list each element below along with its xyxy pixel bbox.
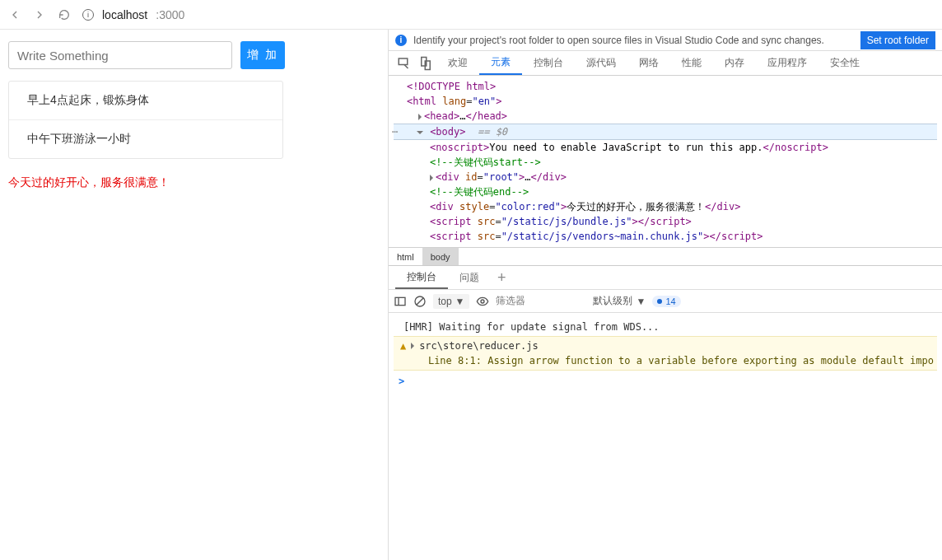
tab-security[interactable]: 安全性 [818, 51, 871, 75]
site-info-icon[interactable]: i [82, 9, 94, 21]
filter-input[interactable] [496, 295, 586, 307]
tab-application[interactable]: 应用程序 [756, 51, 818, 75]
tab-memory[interactable]: 内存 [713, 51, 756, 75]
sidebar-toggle-icon[interactable] [394, 295, 407, 308]
expand-icon[interactable] [418, 114, 422, 120]
url-port: :3000 [156, 8, 184, 21]
dom-node[interactable]: <!DOCTYPE html> [407, 81, 496, 92]
crumb-body[interactable]: body [422, 248, 459, 265]
dom-tree[interactable]: <!DOCTYPE html> <html lang="en"> <head>…… [389, 76, 942, 247]
reload-button[interactable] [58, 8, 71, 21]
todo-input[interactable] [8, 41, 232, 69]
info-text: Identify your project's root folder to o… [413, 35, 854, 46]
console-warning: ▲ src\store\reducer.js Line 8:1: Assign … [394, 336, 937, 371]
address-bar[interactable]: i localhost:3000 [82, 8, 184, 21]
dom-selected-node[interactable]: ⋯ <body> == $0 [394, 124, 937, 140]
expand-icon[interactable] [417, 131, 423, 134]
back-button[interactable] [8, 8, 21, 21]
console-toolbar: top ▼ 默认级别 ▼ 14 [389, 290, 942, 313]
svg-line-6 [417, 298, 423, 305]
console-drawer-tabs: 控制台 问题 + [389, 265, 942, 290]
console-log-line: [HMR] Waiting for update signal from WDS… [394, 318, 937, 336]
inspect-icon[interactable] [397, 56, 412, 71]
breadcrumb: html body [389, 247, 942, 265]
devtools-infobar: i Identify your project's root folder to… [389, 30, 942, 51]
svg-rect-3 [395, 297, 405, 305]
console-output[interactable]: [HMR] Waiting for update signal from WDS… [389, 313, 942, 560]
svg-rect-0 [399, 58, 408, 65]
app-page: 增 加 早上4点起床，锻炼身体 中午下班游泳一小时 今天过的好开心，服务很满意！ [0, 30, 389, 560]
status-message: 今天过的好开心，服务很满意！ [8, 175, 380, 190]
todo-list: 早上4点起床，锻炼身体 中午下班游泳一小时 [8, 81, 283, 159]
warning-detail: Line 8:1: Assign arrow function to a var… [397, 353, 934, 368]
add-button[interactable]: 增 加 [240, 41, 285, 69]
add-tab-icon[interactable]: + [491, 269, 513, 287]
log-level-selector[interactable]: 默认级别 ▼ [593, 294, 646, 308]
expand-icon[interactable] [430, 175, 433, 181]
tab-console[interactable]: 控制台 [522, 51, 575, 75]
console-prompt[interactable]: > [394, 371, 937, 392]
svg-point-7 [481, 300, 484, 303]
list-item[interactable]: 早上4点起床，锻炼身体 [9, 82, 282, 120]
warning-icon: ▲ [400, 338, 406, 353]
device-toggle-icon[interactable] [418, 56, 433, 71]
tab-welcome[interactable]: 欢迎 [436, 51, 479, 75]
crumb-html[interactable]: html [389, 248, 422, 265]
set-root-button[interactable]: Set root folder [860, 31, 935, 49]
live-expression-icon[interactable] [476, 295, 489, 308]
expand-icon[interactable] [411, 343, 414, 349]
badge-dot-icon [657, 299, 662, 304]
browser-toolbar: i localhost:3000 [0, 0, 942, 30]
list-item[interactable]: 中午下班游泳一小时 [9, 120, 282, 158]
tab-sources[interactable]: 源代码 [575, 51, 627, 75]
tab-network[interactable]: 网络 [627, 51, 670, 75]
url-host: localhost [102, 8, 147, 21]
forward-button[interactable] [33, 8, 46, 21]
hidden-messages-badge[interactable]: 14 [652, 296, 680, 307]
context-selector[interactable]: top ▼ [433, 294, 470, 309]
drawer-tab-console[interactable]: 控制台 [395, 266, 448, 289]
info-icon: i [395, 35, 407, 46]
devtools-panel: i Identify your project's root folder to… [389, 30, 942, 560]
devtools-tabs: 欢迎 元素 控制台 源代码 网络 性能 内存 应用程序 安全性 [389, 51, 942, 76]
tab-elements[interactable]: 元素 [479, 51, 522, 75]
tab-performance[interactable]: 性能 [670, 51, 713, 75]
drawer-tab-issues[interactable]: 问题 [448, 266, 491, 289]
clear-console-icon[interactable] [413, 295, 427, 308]
warning-file[interactable]: src\store\reducer.js [419, 338, 539, 353]
